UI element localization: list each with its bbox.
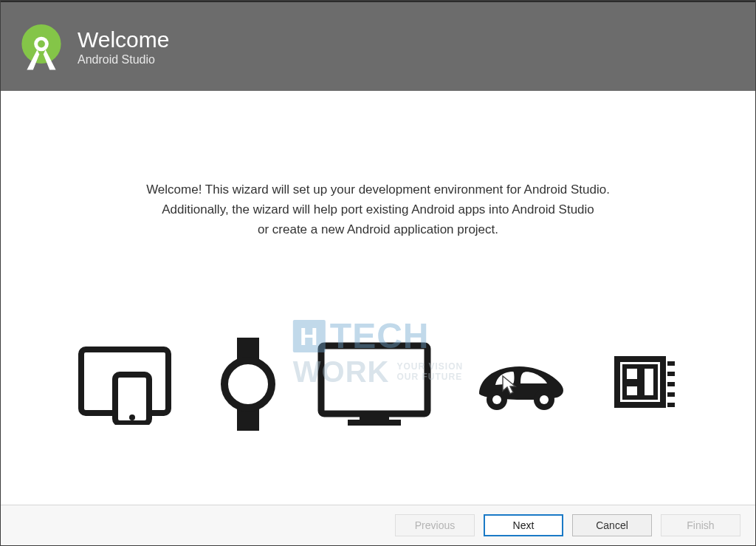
android-studio-logo-icon <box>16 21 67 72</box>
wizard-footer: Previous Next Cancel Finish <box>1 505 755 545</box>
welcome-line-1: Welcome! This wizard will set up your de… <box>30 180 726 199</box>
previous-button: Previous <box>395 514 475 536</box>
finish-button: Finish <box>661 514 740 536</box>
welcome-message: Welcome! This wizard will set up your de… <box>30 180 726 240</box>
wizard-header: Welcome Android Studio <box>1 2 755 91</box>
svg-point-8 <box>224 361 272 408</box>
svg-point-5 <box>129 414 135 420</box>
device-icons-row <box>30 336 726 432</box>
wizard-subtitle: Android Studio <box>78 53 169 66</box>
cancel-button[interactable]: Cancel <box>572 514 652 536</box>
svg-rect-17 <box>625 366 639 381</box>
welcome-line-2: Additionally, the wizard will help port … <box>30 199 726 219</box>
svg-rect-19 <box>625 384 639 397</box>
svg-point-15 <box>540 395 549 404</box>
wizard-window: Welcome Android Studio Welcome! This wiz… <box>0 0 756 546</box>
watch-icon <box>215 336 281 432</box>
welcome-line-3: or create a new Android application proj… <box>30 219 726 239</box>
svg-rect-10 <box>360 415 389 420</box>
embedded-chip-icon <box>605 347 679 421</box>
tv-icon <box>315 340 433 429</box>
wizard-title: Welcome <box>78 27 169 52</box>
wizard-content: Welcome! This wizard will set up your de… <box>1 91 755 502</box>
next-button[interactable]: Next <box>484 514 563 536</box>
svg-rect-11 <box>348 420 401 426</box>
phone-tablet-icon <box>77 344 180 425</box>
svg-point-13 <box>492 395 501 404</box>
svg-point-2 <box>38 41 45 48</box>
svg-rect-18 <box>642 366 656 397</box>
car-icon <box>467 351 571 417</box>
svg-rect-9 <box>321 346 427 414</box>
